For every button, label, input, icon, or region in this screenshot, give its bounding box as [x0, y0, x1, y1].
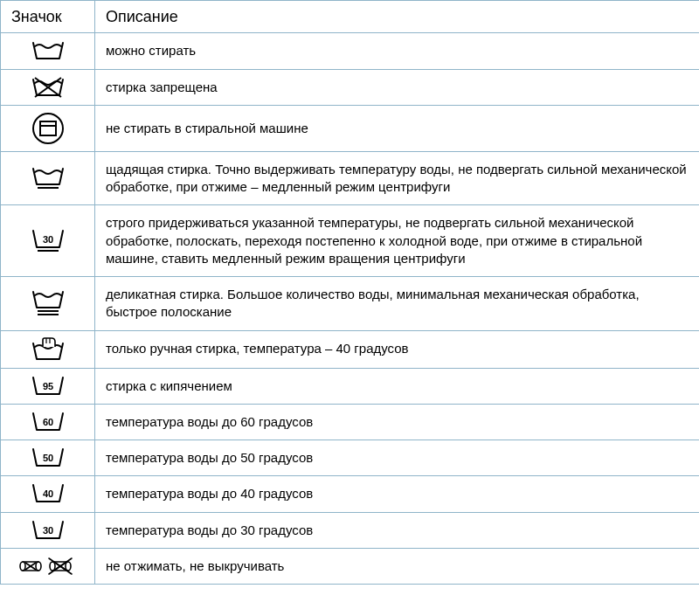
- description-cell: деликатная стирка. Большое количество во…: [95, 277, 700, 331]
- description-cell: строго придерживаться указанной температ…: [95, 205, 700, 277]
- description-cell: температура воды до 30 градусов: [95, 512, 700, 548]
- wash-50-icon: 50: [31, 446, 66, 469]
- wash-60-icon: 60: [31, 411, 66, 433]
- delicate-wash-icon: [31, 288, 66, 318]
- table-row: стирка запрещена: [1, 69, 700, 105]
- wash-allowed-icon: [31, 39, 66, 62]
- svg-text:95: 95: [42, 381, 52, 391]
- table-row: 40 температура воды до 40 градусов: [1, 476, 700, 512]
- svg-point-22: [66, 562, 71, 571]
- svg-text:40: 40: [42, 488, 52, 499]
- wash-95-icon: 95: [31, 375, 66, 398]
- svg-text:50: 50: [42, 453, 52, 463]
- table-row: только ручная стирка, температура – 40 г…: [1, 330, 700, 368]
- description-cell: не стирать в стиральной машине: [95, 105, 700, 151]
- gentle-wash-icon: [31, 165, 66, 191]
- table-row: 30 температура воды до 30 градусов: [1, 512, 700, 548]
- table-row: 60 температура воды до 60 градусов: [1, 404, 700, 440]
- wash-30-icon: 30: [31, 519, 66, 542]
- svg-text:30: 30: [42, 525, 52, 536]
- description-cell: только ручная стирка, температура – 40 г…: [95, 330, 700, 368]
- description-cell: температура воды до 40 градусов: [95, 476, 700, 512]
- table-row: деликатная стирка. Большое количество во…: [1, 277, 700, 331]
- no-machine-wash-icon: [31, 111, 66, 146]
- wash-40-icon: 40: [31, 482, 66, 505]
- description-cell: температура воды до 50 градусов: [95, 440, 700, 476]
- description-cell: можно стирать: [95, 33, 700, 69]
- hand-wash-icon: [31, 336, 66, 363]
- description-cell: стирка запрещена: [95, 69, 700, 105]
- header-icon: Значок: [1, 1, 95, 33]
- svg-text:60: 60: [42, 417, 52, 427]
- svg-point-2: [33, 114, 63, 143]
- table-row: не стирать в стиральной машине: [1, 105, 700, 151]
- table-row: 50 температура воды до 50 градусов: [1, 440, 700, 476]
- table-row: 30 строго придерживаться указанной темпе…: [1, 205, 700, 277]
- table-row: не отжимать, не выкручивать: [1, 548, 700, 584]
- description-cell: щадящая стирка. Точно выдерживать темпер…: [95, 151, 700, 205]
- table-row: можно стирать: [1, 33, 700, 69]
- no-wring-icon: [17, 556, 79, 577]
- wash-forbidden-icon: [31, 76, 66, 99]
- svg-point-17: [20, 562, 25, 571]
- svg-rect-3: [40, 121, 56, 135]
- table-row: 95 стирка с кипячением: [1, 368, 700, 404]
- svg-text:30: 30: [42, 234, 52, 245]
- description-cell: не отжимать, не выкручивать: [95, 548, 700, 584]
- table-row: щадящая стирка. Точно выдерживать темпер…: [1, 151, 700, 205]
- wash-30-gentle-icon: 30: [31, 228, 66, 254]
- laundry-symbols-table: Значок Описание можно стирать: [0, 0, 699, 585]
- description-cell: стирка с кипячением: [95, 368, 700, 404]
- svg-point-21: [50, 562, 55, 571]
- description-cell: температура воды до 60 градусов: [95, 404, 700, 440]
- header-description: Описание: [95, 1, 700, 33]
- svg-point-18: [36, 562, 41, 571]
